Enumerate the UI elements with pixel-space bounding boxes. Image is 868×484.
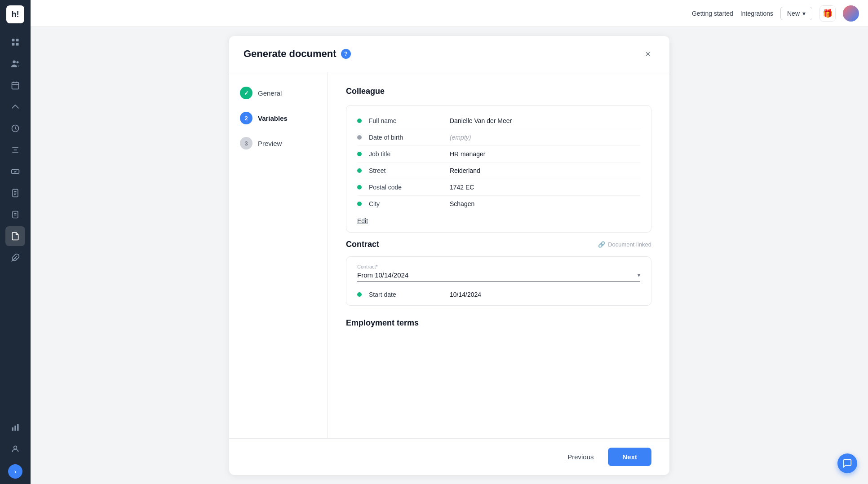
page-content: Generate document ? × ✓ General 2 Variab… bbox=[31, 27, 868, 484]
sidebar-logo[interactable]: h! bbox=[6, 5, 24, 23]
previous-button[interactable]: Previous bbox=[560, 449, 601, 465]
modal-title-area: Generate document ? bbox=[244, 48, 351, 60]
sidebar-bottom: › bbox=[5, 418, 25, 479]
svg-rect-0 bbox=[12, 39, 15, 42]
step-variables-badge: 2 bbox=[240, 112, 252, 124]
info-row-city: City Schagen bbox=[357, 196, 640, 212]
main-area: Getting started Integrations New ▾ 🎁 Gen… bbox=[31, 0, 868, 484]
generate-document-modal: Generate document ? × ✓ General 2 Variab… bbox=[229, 36, 669, 475]
contract-select-value: From 10/14/2024 bbox=[357, 271, 408, 279]
step-preview-label: Preview bbox=[258, 140, 282, 147]
next-button[interactable]: Next bbox=[608, 448, 651, 466]
avatar[interactable] bbox=[843, 5, 859, 22]
street-value: Reiderland bbox=[450, 167, 480, 174]
city-label: City bbox=[369, 200, 450, 207]
info-row-startdate: Start date 10/14/2024 bbox=[357, 287, 640, 298]
fullname-value: Danielle Van der Meer bbox=[450, 117, 512, 124]
document-linked-status: 🔗 Document linked bbox=[598, 241, 651, 248]
step-general[interactable]: ✓ General bbox=[240, 87, 317, 99]
dob-status-dot bbox=[357, 135, 362, 140]
gift-icon[interactable]: 🎁 bbox=[819, 5, 836, 22]
contract-section-header: Contract 🔗 Document linked bbox=[346, 240, 651, 249]
sidebar-item-calendar[interactable] bbox=[5, 75, 25, 95]
step-variables[interactable]: 2 Variables bbox=[240, 112, 317, 124]
sidebar-item-dashboard[interactable] bbox=[5, 32, 25, 52]
step-variables-label: Variables bbox=[258, 114, 288, 122]
sidebar-item-documents[interactable] bbox=[5, 226, 25, 246]
jobtitle-status-dot bbox=[357, 152, 362, 156]
contract-select-card: Contract* From 10/14/2024 ▾ Start date 1… bbox=[346, 256, 651, 306]
postalcode-status-dot bbox=[357, 185, 362, 189]
jobtitle-label: Job title bbox=[369, 150, 450, 158]
city-status-dot bbox=[357, 202, 362, 206]
sidebar-item-travel[interactable] bbox=[5, 97, 25, 117]
step-general-badge: ✓ bbox=[240, 87, 252, 99]
dob-label: Date of birth bbox=[369, 134, 450, 141]
city-value: Schagen bbox=[450, 200, 474, 207]
dob-value: (empty) bbox=[450, 134, 471, 141]
modal-header: Generate document ? × bbox=[229, 36, 669, 72]
modal-body: ✓ General 2 Variables 3 Preview Coll bbox=[229, 72, 669, 438]
sidebar-item-tasks[interactable] bbox=[5, 205, 25, 224]
sidebar-item-people[interactable] bbox=[5, 54, 25, 74]
svg-rect-21 bbox=[12, 427, 13, 431]
step-preview[interactable]: 3 Preview bbox=[240, 137, 317, 150]
sidebar-item-analytics[interactable] bbox=[5, 418, 25, 437]
getting-started-link[interactable]: Getting started bbox=[692, 10, 733, 17]
top-navigation: Getting started Integrations New ▾ 🎁 bbox=[31, 0, 868, 27]
startdate-value: 10/14/2024 bbox=[450, 291, 481, 298]
svg-rect-22 bbox=[14, 426, 16, 431]
info-row-fullname: Full name Danielle Van der Meer bbox=[357, 113, 640, 129]
close-button[interactable]: × bbox=[641, 47, 655, 61]
svg-rect-23 bbox=[17, 424, 18, 431]
chat-fab-button[interactable] bbox=[837, 453, 857, 473]
street-label: Street bbox=[369, 167, 450, 174]
contract-select-label: Contract* bbox=[357, 264, 640, 269]
integrations-link[interactable]: Integrations bbox=[740, 10, 773, 17]
fullname-label: Full name bbox=[369, 117, 450, 124]
content-panel: Colleague Full name Danielle Van der Mee… bbox=[328, 72, 669, 438]
contract-select-field[interactable]: From 10/14/2024 ▾ bbox=[357, 271, 640, 282]
edit-link[interactable]: Edit bbox=[357, 217, 368, 224]
info-row-postalcode: Postal code 1742 EC bbox=[357, 179, 640, 196]
startdate-status-dot bbox=[357, 292, 362, 297]
sidebar: h! › bbox=[0, 0, 31, 484]
jobtitle-value: HR manager bbox=[450, 150, 485, 158]
colleague-section-title: Colleague bbox=[346, 87, 651, 96]
step-preview-badge: 3 bbox=[240, 137, 252, 150]
modal-footer: Previous Next bbox=[229, 438, 669, 475]
sidebar-item-time[interactable] bbox=[5, 119, 25, 138]
sidebar-item-handshake[interactable] bbox=[5, 162, 25, 181]
startdate-label: Start date bbox=[369, 291, 450, 298]
postalcode-label: Postal code bbox=[369, 184, 450, 191]
help-icon[interactable]: ? bbox=[341, 49, 351, 59]
document-linked-label: Document linked bbox=[608, 241, 651, 248]
svg-point-4 bbox=[13, 61, 16, 64]
svg-rect-3 bbox=[16, 43, 19, 46]
postalcode-value: 1742 EC bbox=[450, 184, 474, 191]
sidebar-expand-button[interactable]: › bbox=[8, 464, 22, 479]
svg-point-5 bbox=[17, 61, 19, 63]
svg-point-24 bbox=[14, 446, 17, 449]
sidebar-item-integrations2[interactable] bbox=[5, 248, 25, 268]
employment-section-title: Employment terms bbox=[346, 318, 651, 328]
colleague-info-card: Full name Danielle Van der Meer Date of … bbox=[346, 105, 651, 233]
street-status-dot bbox=[357, 168, 362, 173]
info-row-street: Street Reiderland bbox=[357, 163, 640, 179]
sidebar-item-user[interactable] bbox=[5, 439, 25, 459]
info-row-dob: Date of birth (empty) bbox=[357, 129, 640, 146]
info-row-jobtitle: Job title HR manager bbox=[357, 146, 640, 163]
chevron-down-icon: ▾ bbox=[802, 10, 806, 17]
contract-dropdown-arrow: ▾ bbox=[638, 272, 640, 278]
svg-rect-1 bbox=[16, 39, 19, 42]
sidebar-item-reports[interactable] bbox=[5, 183, 25, 203]
contract-section-title: Contract bbox=[346, 240, 379, 249]
modal-title-text: Generate document bbox=[244, 48, 337, 60]
svg-rect-2 bbox=[12, 43, 15, 46]
steps-panel: ✓ General 2 Variables 3 Preview bbox=[229, 72, 328, 438]
new-button[interactable]: New ▾ bbox=[780, 7, 812, 20]
svg-rect-6 bbox=[12, 82, 19, 89]
link-icon: 🔗 bbox=[598, 241, 605, 248]
fullname-status-dot bbox=[357, 119, 362, 123]
sidebar-item-tools[interactable] bbox=[5, 140, 25, 160]
